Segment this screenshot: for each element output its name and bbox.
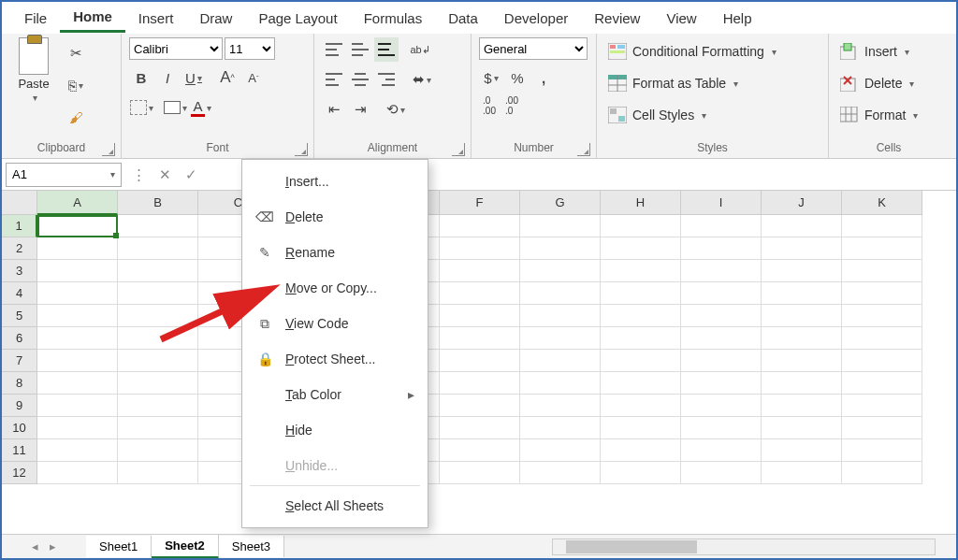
- bold-button[interactable]: B: [129, 65, 153, 90]
- row-header-8[interactable]: 8: [2, 372, 37, 395]
- paste-button[interactable]: Paste ▾: [9, 37, 58, 103]
- cell[interactable]: [37, 305, 118, 327]
- col-header-B[interactable]: B: [118, 191, 198, 215]
- col-header-G[interactable]: G: [520, 191, 601, 215]
- cell[interactable]: [842, 395, 922, 417]
- align-right-button[interactable]: [374, 67, 399, 92]
- cell[interactable]: [118, 215, 198, 237]
- align-middle-button[interactable]: [348, 37, 372, 62]
- cell[interactable]: [520, 372, 601, 395]
- cell[interactable]: [520, 462, 601, 484]
- cell[interactable]: [681, 462, 762, 484]
- col-header-H[interactable]: H: [601, 191, 681, 215]
- dialog-launcher-icon[interactable]: [102, 143, 115, 156]
- cell[interactable]: [440, 327, 520, 350]
- row-header-10[interactable]: 10: [2, 417, 37, 439]
- cell[interactable]: [762, 327, 842, 350]
- cell[interactable]: [681, 327, 762, 350]
- ctx-insert[interactable]: Insert...: [242, 164, 428, 199]
- cell[interactable]: [118, 350, 198, 372]
- cell[interactable]: [842, 439, 922, 462]
- cell[interactable]: [601, 282, 681, 305]
- align-top-button[interactable]: [322, 37, 346, 62]
- col-header-I[interactable]: I: [681, 191, 762, 215]
- menu-data[interactable]: Data: [435, 5, 491, 32]
- cell[interactable]: [37, 350, 118, 372]
- ctx-rename[interactable]: ✎Rename: [242, 235, 428, 270]
- cell[interactable]: [601, 237, 681, 260]
- row-header-3[interactable]: 3: [2, 260, 37, 282]
- cell[interactable]: [842, 417, 922, 439]
- cell[interactable]: [118, 327, 198, 350]
- currency-button[interactable]: $▾: [479, 65, 503, 90]
- ctx-hide[interactable]: Hide: [242, 412, 428, 448]
- font-size-select[interactable]: 11: [225, 37, 275, 60]
- cell[interactable]: [842, 350, 922, 372]
- cell[interactable]: [681, 350, 762, 372]
- cell[interactable]: [520, 439, 601, 462]
- comma-button[interactable]: ,: [531, 65, 556, 90]
- font-name-select[interactable]: Calibri: [129, 37, 223, 60]
- cell[interactable]: [681, 395, 762, 417]
- cell[interactable]: [681, 305, 762, 327]
- cell[interactable]: [681, 260, 762, 282]
- dialog-launcher-icon[interactable]: [577, 143, 590, 156]
- italic-button[interactable]: I: [155, 65, 180, 90]
- ctx-protect-sheet[interactable]: 🔒Protect Sheet...: [242, 341, 428, 377]
- align-bottom-button[interactable]: [374, 37, 399, 62]
- cell[interactable]: [601, 350, 681, 372]
- menu-file[interactable]: File: [11, 5, 60, 32]
- cell[interactable]: [37, 215, 118, 237]
- decrease-decimal-button[interactable]: .00.0: [501, 95, 522, 116]
- menu-home[interactable]: Home: [60, 3, 125, 33]
- row-header-12[interactable]: 12: [2, 462, 37, 484]
- cell[interactable]: [762, 350, 842, 372]
- cell[interactable]: [118, 417, 198, 439]
- decrease-indent-button[interactable]: ⇤: [322, 97, 346, 122]
- enter-formula-button[interactable]: ✓: [178, 163, 204, 187]
- wrap-text-button[interactable]: ab↲: [410, 39, 430, 60]
- col-header-K[interactable]: K: [842, 191, 922, 215]
- cell[interactable]: [601, 327, 681, 350]
- cell[interactable]: [440, 439, 520, 462]
- align-center-button[interactable]: [348, 67, 372, 92]
- cell[interactable]: [762, 237, 842, 260]
- cell[interactable]: [440, 215, 520, 237]
- menu-formulas[interactable]: Formulas: [351, 5, 436, 32]
- cell[interactable]: [520, 215, 601, 237]
- format-as-table-button[interactable]: Format as Table▾: [604, 69, 742, 97]
- cell[interactable]: [118, 462, 198, 484]
- cell[interactable]: [440, 395, 520, 417]
- cell[interactable]: [762, 260, 842, 282]
- col-header-F[interactable]: F: [440, 191, 520, 215]
- cell[interactable]: [37, 417, 118, 439]
- cell[interactable]: [440, 350, 520, 372]
- orientation-button[interactable]: ⟲▾: [384, 97, 408, 122]
- row-header-2[interactable]: 2: [2, 237, 37, 260]
- cell[interactable]: [520, 417, 601, 439]
- cell[interactable]: [520, 305, 601, 327]
- prev-sheet-icon[interactable]: ◂: [32, 539, 38, 553]
- merge-button[interactable]: ⬌▾: [410, 67, 434, 92]
- insert-cells-button[interactable]: Insert▾: [836, 37, 913, 65]
- menu-draw[interactable]: Draw: [186, 5, 245, 32]
- cell[interactable]: [601, 439, 681, 462]
- cell[interactable]: [118, 305, 198, 327]
- number-format-select[interactable]: General: [479, 37, 588, 60]
- borders-button[interactable]: ▾: [129, 95, 153, 120]
- cell[interactable]: [681, 215, 762, 237]
- sheet-nav[interactable]: ◂▸: [2, 539, 86, 553]
- cell[interactable]: [601, 462, 681, 484]
- cell[interactable]: [118, 282, 198, 305]
- ctx-delete[interactable]: ⌫Delete: [242, 199, 428, 235]
- cell[interactable]: [37, 439, 118, 462]
- underline-button[interactable]: U▾: [181, 65, 206, 90]
- menu-view[interactable]: View: [653, 5, 709, 32]
- ctx-move-or-copy[interactable]: Move or Copy...: [242, 270, 428, 306]
- cell[interactable]: [440, 282, 520, 305]
- cell[interactable]: [762, 462, 842, 484]
- cell[interactable]: [118, 372, 198, 395]
- cell[interactable]: [440, 417, 520, 439]
- cell[interactable]: [37, 282, 118, 305]
- next-sheet-icon[interactable]: ▸: [50, 539, 56, 553]
